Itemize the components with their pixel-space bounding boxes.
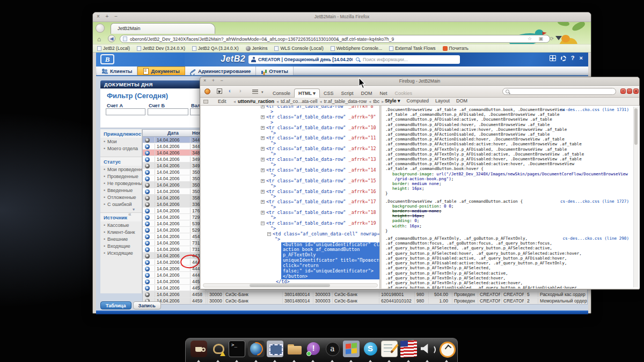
css-declaration[interactable]: border: medium none; — [385, 209, 638, 213]
horizontal-scrollbar[interactable] — [203, 283, 378, 287]
scroll-left-icon[interactable]: ◂ — [233, 99, 236, 104]
dropdown-caret-icon[interactable]: ▾ — [261, 90, 264, 94]
breadcrumb-item[interactable]: td.af_co...ata-cell — [281, 99, 318, 104]
view-tab-record[interactable]: Запись — [133, 301, 161, 309]
row-action-icon[interactable] — [145, 228, 150, 233]
sidebar-item[interactable]: Введенные — [100, 187, 142, 194]
html-tree-line[interactable]: −<tr class="af_table_data-row" _afrrk="1… — [201, 221, 379, 226]
volume-dock-icon[interactable] — [419, 341, 436, 357]
grid-icon[interactable] — [550, 55, 556, 61]
firebug-search-input[interactable] — [502, 88, 616, 95]
sidebar-item[interactable]: Проведенные — [100, 173, 142, 180]
bookmark-item[interactable]: Почитать — [443, 46, 469, 51]
html-panel[interactable]: +<tr class="af_table_data-row" _afrrk="8… — [201, 106, 380, 289]
row-action-icon[interactable] — [145, 215, 150, 220]
css-file-link[interactable]: cs-des...cko.css (line 290) — [563, 236, 629, 241]
sidebar-item[interactable]: Не проведенные — [100, 180, 142, 187]
home-icon[interactable]: ⌂ — [97, 35, 101, 43]
column-header-date[interactable]: Дата — [167, 130, 179, 136]
css-declaration[interactable]: height: 16px; — [385, 186, 638, 191]
gear-icon[interactable] — [561, 56, 566, 61]
sidebar-item[interactable]: Отложенные — [100, 194, 142, 201]
html-tree-line[interactable]: +<tr class="af_table_data-row" _afrrk="9… — [201, 115, 379, 120]
expand-toggle-icon[interactable]: + — [261, 200, 265, 204]
row-action-icon[interactable] — [145, 267, 150, 271]
row-action-icon[interactable] — [145, 170, 150, 175]
firebug-tab-html[interactable]: HTML ▾ — [294, 88, 320, 98]
sidebar-item[interactable]: Клиент-банк — [100, 228, 142, 235]
row-action-icon[interactable] — [145, 260, 150, 265]
coffee-dock-icon[interactable] — [191, 341, 207, 357]
row-action-icon[interactable] — [145, 209, 150, 213]
css-declaration[interactable]: background-image: url("/JetB2_Dev_3240X/… — [385, 172, 638, 181]
selected-node-line[interactable]: </button> — [281, 274, 380, 279]
bookmark-item[interactable]: WebSphere Console... — [331, 46, 382, 51]
bookmark-item[interactable]: JetB2 Dev (3.24.0.X) — [137, 46, 185, 51]
row-action-icon[interactable] — [145, 241, 150, 246]
breadcrumb-item[interactable]: tr.af_table_data-row — [324, 99, 367, 104]
notes-dock-icon[interactable] — [381, 341, 398, 357]
css-rule[interactable]: .DocumentBrowseView .af_table .af_comman… — [385, 199, 638, 233]
css-rule[interactable]: .af_commandButton.p_AFTextOnly, .af_goBu… — [385, 236, 638, 289]
mail-dock-icon[interactable] — [267, 341, 283, 357]
side-tab-computed[interactable]: Computed — [407, 98, 429, 104]
expand-toggle-icon[interactable]: − — [267, 232, 271, 236]
style-panel[interactable]: .DocumentBrowseView .af_table .af_comman… — [382, 106, 640, 289]
row-action-icon[interactable] — [145, 221, 150, 226]
bookmark-item[interactable]: Jenkins — [246, 46, 268, 51]
table-row[interactable]: 14.04.20064458300003СиЭс-Банк38014800143… — [143, 291, 587, 298]
clock-dock-icon[interactable] — [438, 341, 455, 357]
sidebar-item[interactable]: Мои — [100, 138, 142, 145]
html-tree-line[interactable]: +<tr class="af_table_data-row" _afrrk="8… — [201, 106, 379, 109]
css-file-link[interactable]: cs-des...cko.css (line 1727) — [560, 199, 629, 204]
firebug-tab-net[interactable]: Net — [376, 89, 391, 98]
css-declaration[interactable]: width: 16px; — [385, 224, 638, 228]
side-tab-style[interactable]: Style ▾ — [385, 98, 400, 104]
expand-toggle-icon[interactable]: + — [261, 106, 265, 108]
row-action-icon[interactable] — [145, 138, 150, 143]
expand-toggle-icon[interactable]: + — [261, 179, 265, 183]
css-declaration[interactable]: padding: 0; — [385, 218, 638, 223]
amarok-dock-icon[interactable] — [324, 341, 341, 357]
css-declaration[interactable]: border: medium none; — [385, 181, 638, 186]
maximize-button[interactable]: □ — [627, 88, 632, 94]
vbox-dock-icon[interactable] — [343, 341, 360, 357]
css-declaration[interactable]: height: 16px; — [385, 213, 638, 218]
close-button[interactable]: × — [633, 88, 639, 94]
row-action-icon[interactable] — [145, 247, 150, 252]
html-tree-line[interactable]: +<tr class="af_table_data-row" _afrrk="1… — [201, 146, 379, 152]
side-tab-dom[interactable]: DOM — [456, 98, 467, 104]
expand-toggle-icon[interactable]: + — [261, 190, 265, 194]
edit-button[interactable]: Edit — [218, 99, 226, 104]
expand-toggle-icon[interactable]: + — [261, 168, 265, 172]
row-action-icon[interactable] — [145, 254, 150, 258]
back-button[interactable]: ◀ — [108, 35, 115, 42]
row-action-icon[interactable] — [145, 151, 150, 156]
help-icon[interactable]: ? — [571, 55, 575, 61]
app-search-box[interactable]: Поиск информации... — [353, 55, 460, 64]
bookmark-item[interactable]: External Task Flows — [389, 46, 435, 51]
firebug-tab-dom[interactable]: DOM — [357, 89, 376, 98]
html-tree-line[interactable]: +<tr class="af_table_data-row" _afrrk="1… — [201, 179, 379, 184]
firebug-tab-css[interactable]: CSS — [320, 89, 338, 98]
row-action-icon[interactable] — [145, 164, 150, 168]
sidebar-item[interactable]: Моего отдела — [100, 145, 142, 152]
sidebar-item[interactable]: С ошибкой — [100, 201, 142, 208]
app-tab-4[interactable]: Отчеты — [256, 67, 293, 75]
bookmark-item[interactable]: JetB2 QA (3.24.0.X) — [192, 46, 239, 51]
html-tree-line[interactable]: −<td class="af_column_data-cell" nowrap=… — [201, 232, 379, 237]
firebug-titlebar[interactable]: × + − Firebug - JetB2Main — [200, 77, 639, 86]
break-on-icon[interactable] — [203, 100, 208, 104]
row-action-icon[interactable] — [145, 273, 150, 278]
expand-toggle-icon[interactable]: + — [261, 126, 265, 130]
row-action-icon[interactable] — [145, 189, 150, 194]
terminal-dock-icon[interactable] — [229, 341, 245, 357]
firefox-dock-icon[interactable] — [248, 341, 265, 357]
url-bar[interactable]: oberon6/JetB2_Dev_3240X/faces/JetB2Main?… — [120, 35, 550, 43]
row-action-icon[interactable] — [145, 234, 150, 239]
scroll-right-icon[interactable]: ▸ — [382, 99, 384, 104]
row-action-icon[interactable] — [145, 176, 150, 181]
sidebar-item[interactable]: Исходящие — [100, 249, 142, 256]
row-action-icon[interactable] — [145, 144, 150, 149]
row-action-icon[interactable] — [145, 292, 150, 297]
